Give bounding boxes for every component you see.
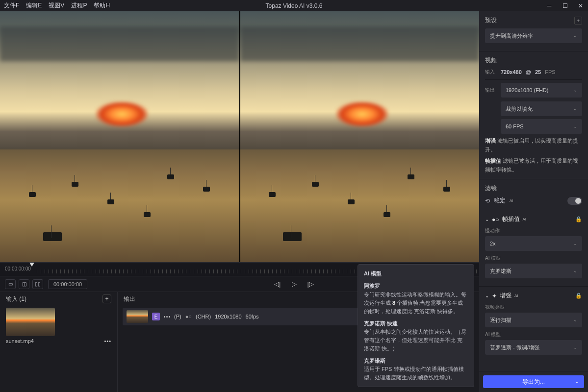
menu-edit[interactable]: 编辑E bbox=[26, 1, 42, 10]
app-title: Topaz Video AI v3.0.6 bbox=[266, 2, 323, 9]
input-more-icon[interactable]: ••• bbox=[104, 338, 111, 344]
enhance-model-label: AI 模型 bbox=[485, 331, 582, 338]
menu-view[interactable]: 视图V bbox=[49, 1, 64, 10]
input-label: 输入 bbox=[485, 69, 497, 75]
input-clip[interactable]: sunset.mp4 ••• bbox=[6, 308, 111, 344]
output-thumbnail bbox=[127, 310, 148, 323]
input-filename: sunset.mp4 bbox=[6, 338, 34, 344]
tooltip-header: AI 模型 bbox=[364, 270, 468, 278]
sparkle-icon: ✦ bbox=[492, 293, 497, 299]
preview-area bbox=[0, 11, 479, 262]
enhance-info: 增强 滤镜已被启用，以实现高质量的提升。 bbox=[485, 137, 582, 154]
filters-title: 滤镜 bbox=[485, 184, 497, 193]
interp-badge-icon bbox=[164, 316, 170, 318]
tooltip-model-chronos: 克罗诺斯 bbox=[364, 357, 468, 365]
output-fps: 60fps bbox=[246, 314, 259, 319]
close-icon[interactable]: ✕ bbox=[577, 2, 584, 9]
view-side-icon[interactable]: ▯▯ bbox=[32, 279, 43, 289]
fps-dropdown[interactable]: 60 FPS⌄ bbox=[501, 119, 582, 134]
input-fps: 25 bbox=[535, 69, 541, 75]
interp-info: 帧插值 滤镜已被激活，用于高质量的视频帧率转换。 bbox=[485, 157, 582, 174]
input-panel-title: 输入 (1) bbox=[6, 295, 26, 303]
lock-icon: 🔒 bbox=[575, 293, 582, 299]
output-chr: (CHR) bbox=[196, 314, 211, 319]
video-type-dropdown[interactable]: 逐行扫描⌄ bbox=[485, 313, 582, 327]
view-split-icon[interactable]: ◫ bbox=[19, 279, 29, 289]
chevron-down-icon: ⌄ bbox=[573, 269, 577, 273]
chevron-down-icon: ⌄ bbox=[573, 241, 577, 246]
timeline-start-label: 00:00:00:00 bbox=[5, 266, 31, 271]
interp-model-dropdown[interactable]: 克罗诺斯⌄ bbox=[485, 264, 582, 278]
lock-icon: 🔒 bbox=[575, 216, 582, 222]
sidebar: 预设 + 提升到高清分辨率⌄ 视频 输入 720x480 @ 25 FPS 输出… bbox=[479, 11, 588, 392]
minimize-icon[interactable]: ─ bbox=[546, 2, 553, 9]
slowmo-dropdown[interactable]: 2x⌄ bbox=[485, 236, 582, 251]
chevron-down-icon: ⌄ bbox=[573, 345, 577, 350]
interp-section-header[interactable]: ⌄ ●○ 帧插值AI 🔒 bbox=[485, 215, 582, 223]
interp-dots-icon: ●○ bbox=[492, 216, 499, 223]
chevron-down-icon: ⌄ bbox=[573, 88, 577, 93]
output-panel: 输出 E (P) ●○ (CHR) 1920x1080 60fps AI 模型 … bbox=[118, 292, 479, 392]
stabilize-label: 稳定 bbox=[494, 196, 506, 205]
video-title: 视频 bbox=[485, 56, 497, 65]
preview-enhanced bbox=[240, 11, 480, 262]
view-single-icon[interactable]: ▭ bbox=[5, 279, 16, 289]
preview-original bbox=[0, 11, 239, 262]
timecode-display[interactable]: 00:00:00:00 bbox=[48, 279, 87, 289]
output-p: (P) bbox=[174, 314, 181, 319]
enhance-section-header[interactable]: ⌄ ✦ 增强AI 🔒 bbox=[485, 292, 582, 300]
input-thumbnail bbox=[6, 308, 55, 336]
menu-help[interactable]: 帮助H bbox=[94, 1, 110, 10]
menu-process[interactable]: 进程P bbox=[71, 1, 87, 10]
stabilize-icon: ⟲ bbox=[485, 197, 490, 204]
interp-model-label: AI 模型 bbox=[485, 255, 582, 262]
add-input-button[interactable]: + bbox=[102, 294, 111, 303]
input-resolution: 720x480 bbox=[501, 69, 522, 75]
chevron-down-icon: ⌄ bbox=[573, 106, 577, 111]
menu-file[interactable]: 文件F bbox=[4, 1, 19, 10]
next-frame-icon[interactable]: |▷ bbox=[307, 280, 314, 288]
output-panel-title: 输出 bbox=[124, 295, 135, 303]
enhance-model-dropdown[interactable]: 普罗透斯 - 微调/增强⌄ bbox=[485, 340, 582, 355]
maximize-icon[interactable]: ☐ bbox=[562, 2, 568, 9]
input-panel: 输入 (1) + sunset.mp4 ••• bbox=[0, 292, 118, 392]
output-res-dropdown[interactable]: 1920x1080 (FHD)⌄ bbox=[501, 83, 582, 98]
crop-dropdown[interactable]: 裁剪以填充⌄ bbox=[501, 101, 582, 116]
prev-frame-icon[interactable]: ◁| bbox=[274, 280, 281, 288]
chevron-down-icon: ⌄ bbox=[573, 318, 577, 322]
add-preset-button[interactable]: + bbox=[574, 17, 582, 24]
tooltip-model-chronos-fast: 克罗诺斯 快速 bbox=[364, 319, 468, 328]
slowmo-label: 慢动作 bbox=[485, 227, 582, 234]
stabilize-toggle[interactable] bbox=[567, 197, 582, 205]
preset-title: 预设 bbox=[485, 16, 497, 24]
title-bar: 文件F 编辑E 视图V 进程P 帮助H Topaz Video AI v3.0.… bbox=[0, 0, 588, 11]
playhead-icon[interactable] bbox=[29, 263, 34, 267]
chevron-down-icon: ⌄ bbox=[573, 33, 577, 38]
play-icon[interactable]: ▷ bbox=[292, 280, 297, 288]
enhance-badge: E bbox=[152, 313, 160, 320]
ai-model-tooltip: AI 模型 阿波罗 专门研究非线性运动和略微模糊的输入。每次运行生成 8 个插值… bbox=[358, 264, 474, 387]
output-label: 输出 bbox=[485, 87, 497, 94]
chevron-down-icon: ⌄ bbox=[573, 124, 577, 129]
preset-dropdown[interactable]: 提升到高清分辨率⌄ bbox=[485, 28, 582, 43]
tooltip-model-apollo: 阿波罗 bbox=[364, 282, 468, 290]
video-type-label: 视频类型 bbox=[485, 304, 582, 311]
chevron-down-icon: ⌄ bbox=[575, 379, 579, 384]
chevron-down-icon: ⌄ bbox=[485, 217, 489, 222]
chevron-down-icon: ⌄ bbox=[485, 293, 489, 298]
main-menu: 文件F 编辑E 视图V 进程P 帮助H bbox=[4, 1, 110, 10]
export-button[interactable]: 导出为...⌄ bbox=[483, 375, 584, 388]
output-resolution: 1920x1080 bbox=[215, 314, 241, 319]
